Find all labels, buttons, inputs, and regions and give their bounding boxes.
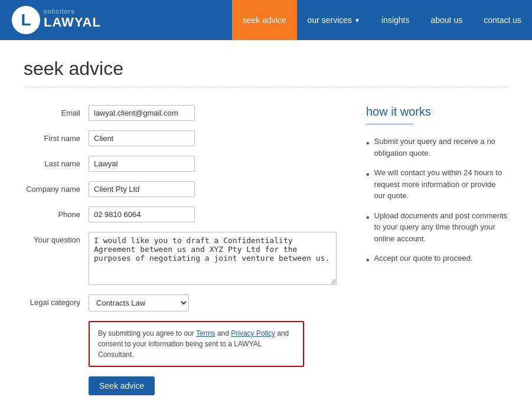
our-services-label: our services <box>308 15 352 25</box>
logo-circle: L <box>12 6 40 34</box>
consent-box: By submitting you agree to our Terms and… <box>89 321 304 367</box>
logo-stacked: solicitors LAWYAL <box>44 10 101 30</box>
main-nav: seek advice our services ▼ insights abou… <box>232 0 532 40</box>
logo-area: L solicitors LAWYAL <box>0 6 232 34</box>
bullet-icon: • <box>366 211 370 225</box>
page-content: seek advice Email First name Last name C… <box>0 40 532 400</box>
bullet-icon: • <box>366 136 370 150</box>
nav-our-services[interactable]: our services ▼ <box>297 0 371 40</box>
logo-text: LAWYAL <box>44 15 101 30</box>
list-item: • We will contact you within 24 hours to… <box>366 167 508 202</box>
email-label: Email <box>24 105 89 117</box>
legal-category-select[interactable]: Contracts Law Business Law Employment La… <box>89 294 189 312</box>
bullet-icon: • <box>366 168 370 182</box>
privacy-policy-link[interactable]: Privacy Policy <box>231 329 275 337</box>
logo-letter: L <box>21 12 31 28</box>
email-row: Email <box>24 105 342 121</box>
consent-and: and <box>216 329 231 337</box>
list-item: • Accept our quote to proceed. <box>366 253 508 267</box>
nav-seek-advice[interactable]: seek advice <box>232 0 297 40</box>
header: L solicitors LAWYAL seek advice our serv… <box>0 0 532 40</box>
company-name-row: Company name <box>24 181 342 197</box>
divider <box>24 87 508 87</box>
last-name-label: Last name <box>24 156 89 168</box>
legal-category-label: Legal category <box>24 294 89 307</box>
sidebar-underline <box>366 123 413 125</box>
nav-contact-us[interactable]: contact us <box>473 0 532 40</box>
consent-prefix: By submitting you agree to our <box>98 329 196 337</box>
chevron-down-icon: ▼ <box>354 17 360 24</box>
email-field[interactable] <box>89 105 195 121</box>
sidebar-title: how it works <box>366 105 508 119</box>
phone-label: Phone <box>24 206 89 219</box>
sidebar-section: how it works • Submit your query and rec… <box>366 105 508 395</box>
company-name-label: Company name <box>24 181 89 194</box>
question-row: Your question I would like you to draft … <box>24 232 342 285</box>
nav-insights[interactable]: insights <box>371 0 420 40</box>
last-name-field[interactable] <box>89 156 195 172</box>
sidebar-item-text: Upload documents and post comments to yo… <box>374 210 508 245</box>
form-section: Email First name Last name Company name … <box>24 105 342 395</box>
company-name-field[interactable] <box>89 181 195 197</box>
question-textarea[interactable]: I would like you to draft a Confidential… <box>89 232 337 285</box>
sidebar-item-text: Accept our quote to proceed. <box>374 253 473 264</box>
list-item: • Upload documents and post comments to … <box>366 210 508 245</box>
sidebar-item-text: Submit your query and receive a no oblig… <box>374 136 508 159</box>
seek-advice-button[interactable]: Seek advice <box>89 376 155 395</box>
sidebar-list: • Submit your query and receive a no obl… <box>366 136 508 267</box>
terms-link[interactable]: Terms <box>196 329 216 337</box>
sidebar-item-text: We will contact you within 24 hours to r… <box>374 167 508 202</box>
first-name-label: First name <box>24 130 89 143</box>
page-title: seek advice <box>24 58 508 80</box>
main-layout: Email First name Last name Company name … <box>24 105 508 395</box>
phone-row: Phone <box>24 206 342 222</box>
question-label: Your question <box>24 232 89 244</box>
first-name-field[interactable] <box>89 130 195 146</box>
list-item: • Submit your query and receive a no obl… <box>366 136 508 159</box>
logo-solicitors: solicitors <box>44 8 101 15</box>
bullet-icon: • <box>366 253 370 267</box>
phone-field[interactable] <box>89 206 195 222</box>
legal-category-row: Legal category Contracts Law Business La… <box>24 294 342 312</box>
first-name-row: First name <box>24 130 342 146</box>
nav-about-us[interactable]: about us <box>420 0 473 40</box>
last-name-row: Last name <box>24 156 342 172</box>
